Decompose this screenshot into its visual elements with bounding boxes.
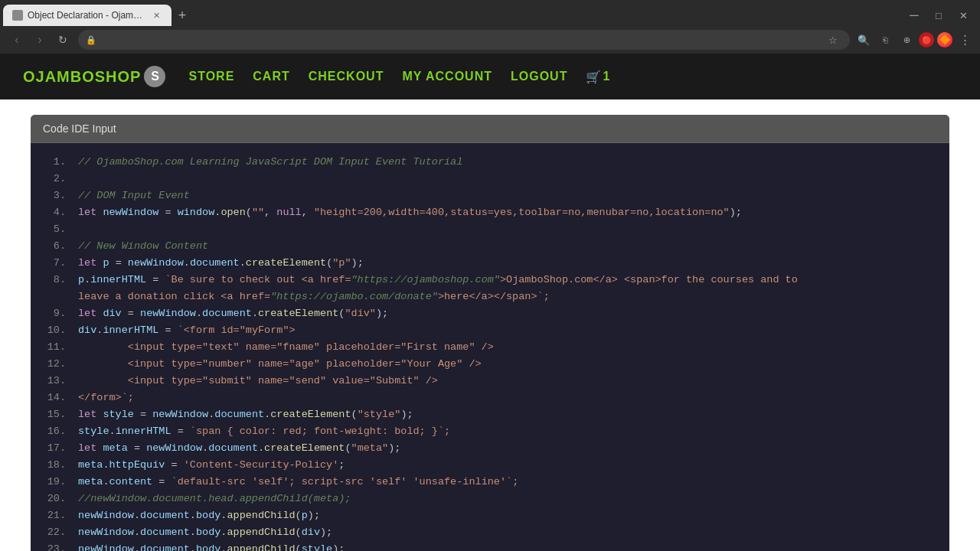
line-content-14: </form>`; [78, 390, 937, 406]
site-logo[interactable]: OJAMBOSHOP S [23, 66, 165, 87]
share-icon[interactable]: ⎗ [876, 31, 894, 49]
site-navigation: OJAMBOSHOP S STORE CART CHECKOUT MY ACCO… [0, 54, 980, 99]
code-line-7: 7. let p = newWindow.document.createElem… [31, 255, 949, 272]
line-num-12: 12. [43, 356, 66, 373]
url-input[interactable]: ojamboshop.com/ojamboshopaycontent/learn… [101, 34, 819, 46]
forward-button[interactable]: › [29, 29, 51, 51]
line-content-15: let style = newWindow.document.createEle… [78, 406, 937, 423]
line-num-6: 6. [43, 238, 66, 255]
line-num-9: 9. [43, 305, 66, 322]
nav-link-logout[interactable]: LOGOUT [511, 70, 567, 83]
code-line-19: 19. meta.content = `default-src 'self'; … [31, 474, 949, 491]
line-content-21: newWindow.document.body.appendChild(p); [78, 507, 937, 524]
nav-link-checkout[interactable]: CHECKOUT [309, 70, 384, 83]
nav-link-store[interactable]: STORE [188, 70, 234, 83]
line-num-10: 10. [43, 322, 66, 339]
code-line-21: 21. newWindow.document.body.appendChild(… [31, 507, 949, 524]
line-content-2 [78, 171, 937, 187]
close-button[interactable]: ✕ [952, 5, 974, 26]
line-num-18: 18. [43, 457, 66, 474]
line-num-19: 19. [43, 474, 66, 491]
line-num-4: 4. [43, 204, 66, 221]
line-content-4: let newWindow = window.open("", null, "h… [78, 204, 937, 221]
maximize-button[interactable]: □ [928, 5, 949, 26]
code-line-9: 9. let div = newWindow.document.createEl… [31, 305, 949, 322]
code-line-2: 2. [31, 171, 949, 187]
tab-title: Object Declaration - Ojamb... [28, 10, 145, 21]
search-icon[interactable]: 🔍 [854, 31, 873, 49]
profile-avatar-2[interactable]: 🔶 [937, 32, 952, 47]
nav-links: STORE CART CHECKOUT MY ACCOUNT LOGOUT 🛒 … [188, 70, 957, 84]
line-content-20: //newWindow.document.head.appendChild(me… [78, 491, 937, 507]
line-content-17: let meta = newWindow.document.createElem… [78, 440, 937, 457]
reload-button[interactable]: ↻ [52, 29, 74, 51]
line-num-20: 20. [43, 491, 66, 507]
cart-icon[interactable]: 🛒 1 [586, 70, 609, 84]
code-line-8: 8. p.innerHTML = `Be sure to check out <… [31, 272, 949, 289]
line-content-22: newWindow.document.body.appendChild(div)… [78, 524, 937, 541]
line-content-12: <input type="number" name="age" placehol… [78, 356, 937, 373]
code-line-23: 23. newWindow.document.body.appendChild(… [31, 541, 949, 551]
tab-close-button[interactable]: ✕ [150, 9, 162, 21]
line-num-5: 5. [43, 221, 66, 238]
website-content: OJAMBOSHOP S STORE CART CHECKOUT MY ACCO… [0, 54, 980, 551]
logo-icon: S [144, 66, 165, 87]
line-content-10: div.innerHTML = `<form id="myForm"> [78, 322, 937, 339]
code-line-17: 17. let meta = newWindow.document.create… [31, 440, 949, 457]
toolbar-right: 🔍 ⎗ ⊕ 🔴 🔶 ⋮ [854, 31, 974, 49]
code-ide-box: Code IDE Input 1. // OjamboShop.com Lear… [31, 115, 949, 551]
code-editor-wrapper: Code IDE Input 1. // OjamboShop.com Lear… [0, 99, 980, 551]
code-body: 1. // OjamboShop.com Learning JavaScript… [31, 143, 949, 551]
code-line-14: 14. </form>`; [31, 390, 949, 406]
line-content-11: <input type="text" name="fname" placehol… [78, 339, 937, 356]
address-bar[interactable]: 🔒 ojamboshop.com/ojamboshopaycontent/lea… [78, 30, 850, 50]
line-num-17: 17. [43, 440, 66, 457]
code-line-6: 6. // New Window Content [31, 238, 949, 255]
code-line-1: 1. // OjamboShop.com Learning JavaScript… [31, 154, 949, 171]
line-content-6: // New Window Content [78, 238, 937, 255]
address-bar-row: ‹ › ↻ 🔒 ojamboshop.com/ojamboshopayconte… [0, 26, 980, 54]
code-ide-header: Code IDE Input [31, 115, 949, 143]
tab-favicon [12, 10, 23, 21]
line-num-2: 2. [43, 171, 66, 187]
code-line-13: 13. <input type="submit" name="send" val… [31, 373, 949, 390]
line-content-13: <input type="submit" name="send" value="… [78, 373, 937, 390]
code-line-5: 5. [31, 221, 949, 238]
line-num-1: 1. [43, 154, 66, 171]
logo-text: OJAMBOSHOP [23, 68, 141, 86]
line-content-16: style.innerHTML = `span { color: red; fo… [78, 423, 937, 440]
nav-link-cart[interactable]: CART [253, 70, 289, 83]
line-num-15: 15. [43, 406, 66, 423]
code-line-22: 22. newWindow.document.body.appendChild(… [31, 524, 949, 541]
code-line-3: 3. // DOM Input Event [31, 187, 949, 204]
line-num-16: 16. [43, 423, 66, 440]
profile-avatar[interactable]: 🔴 [919, 32, 934, 47]
nav-link-my-account[interactable]: MY ACCOUNT [402, 70, 492, 83]
line-content-8: p.innerHTML = `Be sure to check out <a h… [78, 272, 937, 289]
line-num-3: 3. [43, 187, 66, 204]
code-line-8b: leave a donation click <a href="https://… [31, 289, 949, 305]
line-num-21: 21. [43, 507, 66, 524]
line-num-7: 7. [43, 255, 66, 272]
cart-count: 1 [603, 70, 609, 83]
code-line-4: 4. let newWindow = window.open("", null,… [31, 204, 949, 221]
bookmark-icon[interactable]: ☆ [824, 31, 842, 49]
new-tab-button[interactable]: + [172, 5, 193, 26]
code-line-10: 10. div.innerHTML = `<form id="myForm"> [31, 322, 949, 339]
line-num-23: 23. [43, 541, 66, 551]
code-line-12: 12. <input type="number" name="age" plac… [31, 356, 949, 373]
browser-chrome: Object Declaration - Ojamb... ✕ + ─ □ ✕ … [0, 0, 980, 54]
minimize-button[interactable]: ─ [903, 5, 925, 26]
line-content-23: newWindow.document.body.appendChild(styl… [78, 541, 937, 551]
code-line-20: 20. //newWindow.document.head.appendChil… [31, 491, 949, 507]
line-num-14: 14. [43, 390, 66, 406]
tab-bar: Object Declaration - Ojamb... ✕ + ─ □ ✕ [0, 0, 980, 26]
line-num-8: 8. [43, 272, 66, 289]
code-line-15: 15. let style = newWindow.document.creat… [31, 406, 949, 423]
back-button[interactable]: ‹ [6, 29, 28, 51]
active-tab[interactable]: Object Declaration - Ojamb... ✕ [3, 5, 172, 26]
line-num-11: 11. [43, 339, 66, 356]
code-line-11: 11. <input type="text" name="fname" plac… [31, 339, 949, 356]
menu-icon[interactable]: ⋮ [956, 31, 974, 49]
more-icon[interactable]: ⊕ [897, 31, 916, 49]
